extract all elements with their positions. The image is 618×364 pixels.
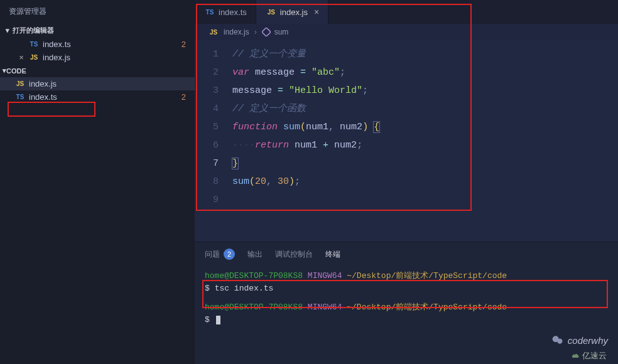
panel-tab-problems[interactable]: 问题 2 [205, 249, 235, 260]
code-content: function sum(num1, num2) { [232, 118, 379, 136]
file-name: index.js [43, 53, 70, 62]
ts-icon: TS [28, 41, 40, 48]
line-number: 9 [195, 191, 232, 209]
code-content: var message = "abc"; [232, 63, 345, 82]
ts-icon: TS [203, 9, 216, 16]
open-editor-item[interactable]: TS index.ts 2 [0, 38, 195, 51]
panel-tabs: 问题 2 输出 调试控制台 终端 [195, 242, 618, 266]
code-section-label: CODE [6, 67, 26, 75]
js-icon: JS [207, 29, 220, 36]
tab-bar: TS index.ts JS index.js × [195, 0, 618, 24]
line-number: 7 [195, 154, 232, 173]
js-icon: JS [28, 54, 40, 61]
watermark: coderwhy [551, 334, 608, 346]
code-section-header[interactable]: ▾ CODE [0, 64, 195, 77]
terminal-line: $ [205, 314, 608, 326]
file-tree-item[interactable]: TS index.ts 2 [0, 90, 195, 104]
code-line: 5function sum(num1, num2) { [195, 118, 618, 136]
line-number: 3 [195, 82, 232, 100]
svg-point-2 [557, 339, 562, 344]
modified-badge: 2 [182, 40, 186, 49]
terminal[interactable]: home@DESKTOP-7P08KS8 MINGW64 ~/Desktop/前… [195, 266, 618, 364]
code-line: 7} [195, 154, 618, 173]
js-icon: JS [265, 9, 278, 16]
editor-tab[interactable]: JS index.js × [256, 0, 328, 24]
terminal-cursor [216, 316, 220, 324]
js-icon: JS [14, 80, 26, 87]
code-line: 2var message = "abc"; [195, 63, 618, 82]
code-content: // 定义一个变量 [232, 45, 306, 63]
breadcrumb-file: index.js [224, 28, 249, 36]
svg-rect-0 [262, 28, 271, 36]
problems-count-badge: 2 [224, 249, 235, 260]
breadcrumb-symbol: sum [274, 28, 289, 36]
panel-tab-terminal[interactable]: 终端 [325, 249, 340, 260]
code-content: } [232, 154, 238, 173]
line-number: 2 [195, 63, 232, 82]
code-content: sum(20, 30); [232, 173, 300, 191]
explorer-sidebar: 资源管理器 ▾ 打开的编辑器 TS index.ts 2 × JS index.… [0, 0, 195, 364]
breadcrumb-sep: › [254, 28, 257, 36]
terminal-line: home@DESKTOP-7P08KS8 MINGW64 ~/Desktop/前… [205, 270, 608, 282]
code-editor[interactable]: 1// 定义一个变量2var message = "abc";3message … [195, 40, 618, 242]
code-line: 9 [195, 191, 618, 209]
footer-logo: 亿速云 [571, 350, 607, 361]
line-number: 6 [195, 136, 232, 154]
code-line: 3message = "Hello World"; [195, 82, 618, 100]
panel-tab-output[interactable]: 输出 [247, 249, 263, 260]
tab-label: index.js [280, 8, 308, 17]
cloud-icon [571, 351, 580, 360]
tab-label: index.ts [219, 8, 247, 17]
open-editors-label: 打开的编辑器 [13, 26, 54, 35]
code-content: ····return num1 + num2; [232, 136, 362, 154]
code-content: // 定义一个函数 [232, 100, 306, 118]
close-tab-icon[interactable]: × [314, 7, 319, 17]
line-number: 1 [195, 45, 232, 63]
editor-tab[interactable]: TS index.ts [195, 0, 256, 24]
wechat-icon [551, 334, 564, 346]
explorer-title: 资源管理器 [0, 0, 195, 23]
ts-icon: TS [14, 94, 26, 100]
modified-badge: 2 [182, 92, 186, 102]
file-name: index.js [29, 79, 57, 88]
code-line: 1// 定义一个变量 [195, 45, 618, 63]
terminal-line: home@DESKTOP-7P08KS8 MINGW64 ~/Desktop/前… [205, 301, 608, 314]
code-files-list: JS index.js TS index.ts 2 [0, 77, 195, 104]
method-icon [262, 28, 271, 36]
code-line: 6····return num1 + num2; [195, 136, 618, 154]
line-number: 5 [195, 118, 232, 136]
terminal-line: $ tsc index.ts [205, 282, 608, 295]
close-icon[interactable]: × [15, 53, 28, 62]
breadcrumb[interactable]: JS index.js › sum [195, 24, 618, 40]
code-line: 4// 定义一个函数 [195, 100, 618, 118]
editor-main: TS index.ts JS index.js × JS index.js › … [195, 0, 618, 364]
code-line: 8sum(20, 30); [195, 173, 618, 191]
open-editors-list: TS index.ts 2 × JS index.js [0, 38, 195, 64]
file-name: index.ts [43, 40, 71, 49]
file-name: index.ts [29, 92, 57, 102]
file-tree-item[interactable]: JS index.js [0, 77, 195, 90]
panel-tab-debug-console[interactable]: 调试控制台 [275, 249, 313, 260]
line-number: 8 [195, 173, 232, 191]
code-content: message = "Hello World"; [232, 82, 368, 100]
chevron-down-icon: ▾ [3, 26, 13, 35]
open-editors-header[interactable]: ▾ 打开的编辑器 [0, 23, 195, 38]
line-number: 4 [195, 100, 232, 118]
open-editor-item[interactable]: × JS index.js [0, 51, 195, 64]
